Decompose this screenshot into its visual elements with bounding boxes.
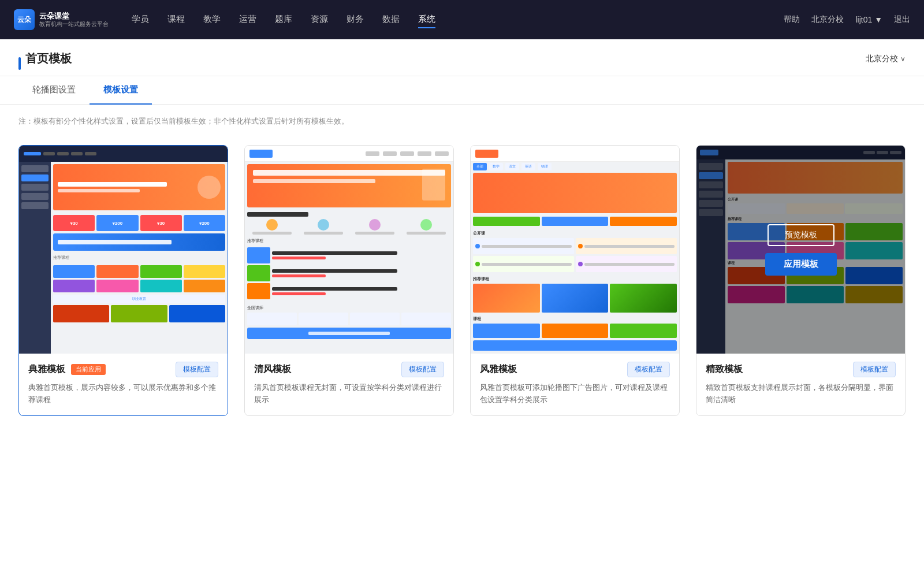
btn-config-1[interactable]: 模板配置 bbox=[176, 362, 218, 377]
card-title-row-1: 典雅模板 当前应用 模板配置 bbox=[28, 362, 218, 377]
page-body: 首页模板 北京分校 ∨ 轮播图设置 模板设置 注：模板有部分个性化样式设置，设置… bbox=[0, 39, 924, 572]
nav-branch[interactable]: 北京分校 bbox=[811, 14, 844, 25]
nav-item-data[interactable]: 数据 bbox=[382, 12, 400, 28]
templates-grid: ¥30 ¥200 ¥30 ¥200 推荐课程 bbox=[0, 131, 924, 439]
navigation: 云朵 云朵课堂 教育机构一站式服务云平台 学员 课程 教学 运营 题库 资源 财… bbox=[0, 0, 924, 39]
btn-apply-1[interactable]: 应用模板 bbox=[85, 254, 162, 279]
branch-selector-label: 北京分校 bbox=[866, 54, 898, 64]
card-desc-4: 精致首页模板支持课程展示封面，各模板分隔明显，界面简洁清晰 bbox=[706, 382, 896, 406]
nav-item-teaching[interactable]: 教学 bbox=[203, 12, 221, 28]
card-title-row-2: 清风模板 模板配置 bbox=[254, 362, 444, 377]
card-name-4: 精致模板 bbox=[706, 363, 743, 376]
btn-apply-3[interactable]: 应用模板 bbox=[537, 254, 613, 279]
nav-logout[interactable]: 退出 bbox=[894, 14, 910, 25]
tabs-bar: 轮播图设置 模板设置 bbox=[0, 76, 924, 105]
template-card-3: 全部 数学 语文 英语 物理 公开课 bbox=[470, 145, 680, 416]
logo: 云朵 云朵课堂 教育机构一站式服务云平台 bbox=[14, 9, 109, 30]
nav-item-courses[interactable]: 课程 bbox=[167, 12, 185, 28]
template-preview-2: 推荐课程 bbox=[245, 146, 453, 354]
template-card-2: 推荐课程 bbox=[244, 145, 454, 416]
btn-preview-3[interactable]: 预览模板 bbox=[538, 220, 612, 245]
btn-preview-2[interactable]: 预览模板 bbox=[312, 220, 386, 245]
card-footer-4: 精致模板 模板配置 精致首页模板支持课程展示封面，各模板分隔明显，界面简洁清晰 bbox=[696, 354, 905, 415]
card-title-row-4: 精致模板 模板配置 bbox=[706, 362, 896, 377]
branch-chevron-icon: ∨ bbox=[900, 55, 906, 63]
nav-item-operations[interactable]: 运营 bbox=[239, 12, 256, 28]
card-footer-1: 典雅模板 当前应用 模板配置 典雅首页模板，展示内容较多，可以展示优惠券和多个推… bbox=[19, 354, 228, 415]
btn-preview-1[interactable]: 预览模板 bbox=[87, 220, 161, 245]
card-footer-2: 清风模板 模板配置 清风首页模板课程无封面，可设置按学科分类对课程进行展示 bbox=[245, 354, 453, 415]
btn-config-2[interactable]: 模板配置 bbox=[401, 362, 444, 377]
btn-apply-4[interactable]: 应用模板 bbox=[765, 253, 837, 276]
nav-item-students[interactable]: 学员 bbox=[132, 12, 149, 28]
btn-config-3[interactable]: 模板配置 bbox=[627, 362, 670, 377]
logo-main-text: 云朵课堂 bbox=[39, 12, 109, 21]
logo-icon: 云朵 bbox=[14, 9, 35, 30]
tab-template[interactable]: 模板设置 bbox=[90, 76, 152, 105]
nav-item-resources[interactable]: 资源 bbox=[311, 12, 328, 28]
nav-help[interactable]: 帮助 bbox=[784, 14, 800, 25]
nav-item-finance[interactable]: 财务 bbox=[346, 12, 364, 28]
card-footer-3: 风雅模板 模板配置 风雅首页模板可添加轮播图下广告图片，可对课程及课程包设置学科… bbox=[471, 354, 679, 415]
template-preview-1: ¥30 ¥200 ¥30 ¥200 推荐课程 bbox=[19, 146, 228, 354]
note-text: 注：模板有部分个性化样式设置，设置后仅当前模板生效；非个性化样式设置后针对所有模… bbox=[0, 105, 924, 131]
logo-text: 云朵课堂 教育机构一站式服务云平台 bbox=[39, 12, 109, 28]
template-preview-4: 公开课 推荐课程 bbox=[696, 146, 905, 354]
logo-sub-text: 教育机构一站式服务云平台 bbox=[39, 21, 109, 28]
branch-selector[interactable]: 北京分校 ∨ bbox=[866, 54, 906, 73]
card-desc-2: 清风首页模板课程无封面，可设置按学科分类对课程进行展示 bbox=[254, 382, 444, 406]
btn-apply-2[interactable]: 应用模板 bbox=[311, 254, 388, 279]
card-name-2: 清风模板 bbox=[254, 363, 291, 376]
card-name-3: 风雅模板 bbox=[480, 363, 517, 376]
btn-preview-4[interactable]: 预览模板 bbox=[767, 224, 834, 246]
badge-current-1: 当前应用 bbox=[71, 364, 106, 375]
template-card-4: 公开课 推荐课程 bbox=[696, 145, 906, 416]
tab-slideshow[interactable]: 轮播图设置 bbox=[18, 76, 90, 105]
nav-right: 帮助 北京分校 lijt01 ▼ 退出 bbox=[784, 14, 910, 25]
nav-left: 云朵 云朵课堂 教育机构一站式服务云平台 学员 课程 教学 运营 题库 资源 财… bbox=[14, 9, 435, 30]
template-card-1: ¥30 ¥200 ¥30 ¥200 推荐课程 bbox=[18, 145, 228, 416]
card-name-1: 典雅模板 bbox=[28, 363, 65, 376]
nav-item-system[interactable]: 系统 bbox=[418, 12, 435, 28]
template-preview-3: 全部 数学 语文 英语 物理 公开课 bbox=[471, 146, 679, 354]
btn-config-4[interactable]: 模板配置 bbox=[853, 362, 896, 377]
card-desc-1: 典雅首页模板，展示内容较多，可以展示优惠券和多个推荐课程 bbox=[28, 382, 218, 406]
card-title-row-3: 风雅模板 模板配置 bbox=[480, 362, 670, 377]
page-title: 首页模板 bbox=[25, 51, 72, 76]
page-title-area: 首页模板 bbox=[18, 51, 72, 76]
page-title-accent-bar bbox=[18, 57, 21, 70]
nav-item-questions[interactable]: 题库 bbox=[275, 12, 292, 28]
nav-user[interactable]: lijt01 ▼ bbox=[855, 15, 882, 24]
nav-menu: 学员 课程 教学 运营 题库 资源 财务 数据 系统 bbox=[132, 12, 435, 28]
page-header: 首页模板 北京分校 ∨ bbox=[0, 39, 924, 76]
template-overlay-4: 预览模板 应用模板 bbox=[696, 146, 905, 354]
card-desc-3: 风雅首页模板可添加轮播图下广告图片，可对课程及课程包设置学科分类展示 bbox=[480, 382, 670, 406]
